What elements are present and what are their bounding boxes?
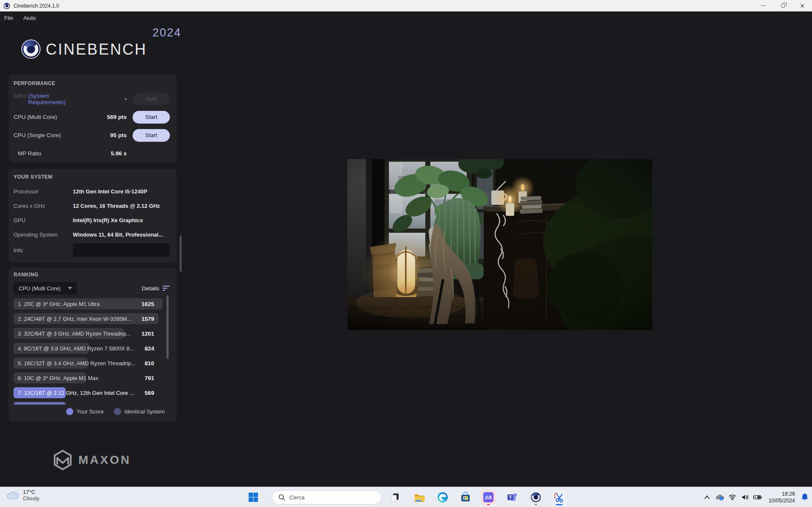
cinema4d-ball-icon [21,39,41,59]
minimize-button[interactable] [754,0,773,11]
ranking-row-label: 4. 8C/16T @ 3.8 GHz, AMD Ryzen 7 5800X 8… [14,345,134,352]
taskbar-search[interactable] [272,490,382,504]
ranking-row[interactable]: 1. 20C @ 3* GHz, Apple M1 Ultra1625 [14,298,163,309]
weather-temp: 17°C [23,489,39,496]
ranking-panel: RANKING CPU (Multi Core) Details 1. 20C … [8,267,177,422]
weather-widget[interactable]: 17°C Cloudy [6,489,39,502]
tray-date: 10/05/2024 [768,497,795,504]
screen: Cinebench 2024.1.0 ✕ File Aiuto CINEBENC… [0,0,812,507]
cinema4d-taskbar-icon [530,492,541,503]
app-scrollbar[interactable] [180,235,182,272]
cinebench-logo: CINEBENCH 2024 [21,30,191,63]
brand-year: 2024 [152,26,181,39]
cinebench-taskbar-button[interactable] [529,490,543,504]
your-system-header: YOUR SYSTEM [14,174,170,180]
os-label: Operating System [14,231,73,238]
wifi-icon [729,494,736,500]
maxon-logo: MAXON [53,449,131,471]
info-input[interactable] [73,243,170,257]
your-system-panel: YOUR SYSTEM Processor 12th Gen Intel Cor… [8,169,177,262]
maxon-app-button[interactable]: //A [481,490,496,504]
cpu-multi-row: CPU (Multi Core) 569 pts Start [14,108,170,126]
task-view-button[interactable] [388,490,402,504]
sort-filter-icon [163,286,170,291]
system-requirements-link[interactable]: (System Requirements) [28,93,88,105]
svg-text:T: T [509,495,512,500]
menu-bar: File Aiuto [0,11,812,24]
edge-icon [437,492,448,503]
edge-button[interactable] [435,490,450,504]
cpu-multi-score: 569 pts [88,114,127,120]
tray-wifi[interactable] [726,487,739,507]
menu-file[interactable]: File [0,11,18,24]
legend-label: Your Score [77,408,104,415]
ranking-legend: Your ScoreIdentical System [14,408,170,415]
processor-value: 12th Gen Intel Core i5-1240P [73,188,170,195]
tray-clock[interactable]: 18:26 10/05/2024 [768,490,795,504]
ranking-row[interactable]: 3. 32C/64T @ 3 GHz, AMD Ryzen Threadrip.… [14,328,163,339]
title-bar: Cinebench 2024.1.0 ✕ [0,0,812,11]
ranking-row[interactable] [14,402,163,405]
legend-dot [66,408,73,415]
details-button[interactable]: Details [142,285,170,292]
ranking-header: RANKING [14,272,170,278]
cloudy-icon [6,490,19,501]
ranking-row[interactable]: 6. 10C @ 3* GHz, Apple M1 Max791 [14,372,163,383]
maxon-app-icon: //A [483,492,494,503]
cores-row: Cores x GHz 12 Cores, 16 Threads @ 2.12 … [14,198,170,213]
ranking-row[interactable]: 7. 12C/16T @ 2.12 GHz, 12th Gen Intel Co… [14,387,163,398]
onedrive-cloud-icon: i [715,494,724,501]
ranking-row-score: 1625 [141,301,154,307]
cpu-multi-start-button[interactable]: Start [133,111,170,124]
ranking-row[interactable]: 4. 8C/16T @ 3.8 GHz, AMD Ryzen 7 5800X 8… [14,343,163,354]
tray-chevron-up[interactable] [701,487,713,507]
snipping-tool-button[interactable] [552,490,566,504]
ranking-scrollbar[interactable] [166,295,169,359]
app-icon [3,3,10,9]
gpu-label: GPU [14,93,26,99]
active-indicator [556,504,563,505]
cpu-single-score: 95 pts [88,132,127,138]
score-bar [14,402,66,405]
os-value: Windows 11, 64 Bit, Professional... [73,231,170,238]
gpu-info-row: GPU Intel(R) Iris(R) Xe Graphics [14,213,170,227]
tray-onedrive[interactable]: i [713,487,726,507]
notification-center-button[interactable] [798,487,812,507]
legend-item: Identical System [114,408,165,415]
ranking-row-score: 1201 [141,331,154,337]
file-explorer-button[interactable] [412,490,427,504]
cpu-single-label: CPU (Single Core) [14,132,61,138]
battery-warning-icon [753,494,762,500]
teams-button[interactable]: T [505,490,519,504]
search-input[interactable] [289,494,366,501]
ranking-row[interactable]: 2. 24C/48T @ 2.7 GHz, Intel Xeon W-3265M… [14,313,163,324]
ranking-row[interactable]: 5. 16C/32T @ 3.4 GHz, AMD Ryzen Threadri… [14,358,163,369]
system-tray: i [701,487,812,507]
ranking-row-label: 7. 12C/16T @ 2.12 GHz, 12th Gen Intel Co… [14,390,134,396]
close-button[interactable]: ✕ [793,0,812,11]
menu-help[interactable]: Aiuto [18,11,41,24]
details-label: Details [142,285,159,292]
restore-button[interactable] [773,0,793,11]
cpu-single-start-button[interactable]: Start [133,129,170,142]
performance-header: PERFORMANCE [14,80,170,86]
start-button[interactable] [246,490,261,504]
gpu-row: GPU (System Requirements) - Start [14,90,170,108]
tray-battery[interactable] [751,487,764,507]
maxon-text: MAXON [78,453,131,467]
tray-volume[interactable] [739,487,751,507]
gpu-score: - [88,96,127,102]
ranking-filter-value: CPU (Multi Core) [19,285,68,292]
processor-label: Processor [14,188,73,195]
ranking-row-score: 569 [144,390,154,396]
legend-dot [114,408,121,415]
mp-ratio-value: 5.96 x [88,150,127,157]
ranking-row-score: 1579 [141,316,154,322]
gpu-start-button[interactable]: Start [133,93,170,105]
mp-ratio-label: MP Ratio [18,150,41,157]
ranking-filter-dropdown[interactable]: CPU (Multi Core) [14,282,77,295]
gpu-info-label: GPU [14,217,73,223]
ranking-row-score: 810 [144,360,154,366]
microsoft-store-button[interactable] [458,490,473,504]
ranking-row-label: 1. 20C @ 3* GHz, Apple M1 Ultra [14,301,100,307]
